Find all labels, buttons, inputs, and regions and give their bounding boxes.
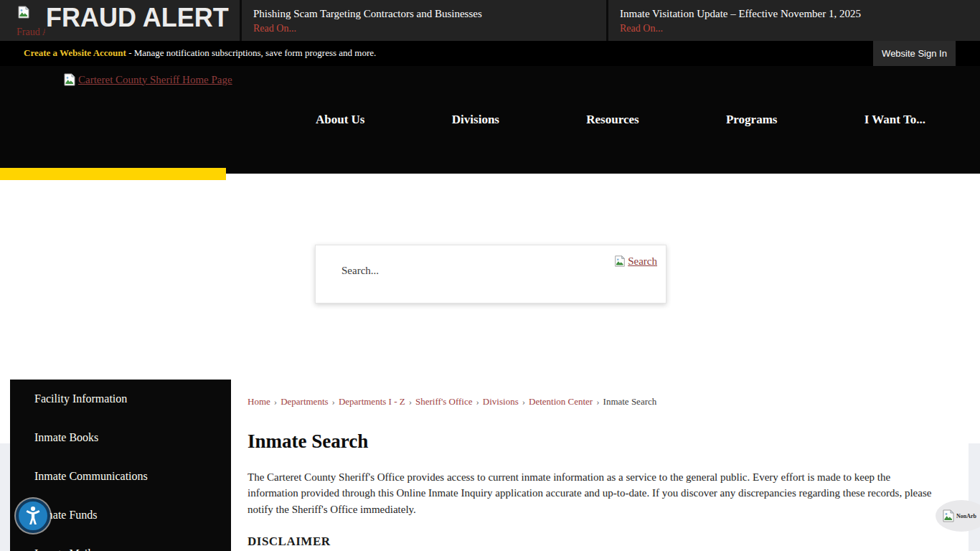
- sidebar-item-facility-information[interactable]: Facility Information: [10, 380, 231, 418]
- breadcrumb-departments[interactable]: Departments: [281, 396, 328, 407]
- breadcrumb-separator: ›: [596, 396, 599, 407]
- breadcrumb-separator: ›: [476, 396, 479, 407]
- nav-programs[interactable]: Programs: [726, 113, 777, 127]
- nav-resources[interactable]: Resources: [586, 113, 639, 127]
- nav-about-us[interactable]: About Us: [316, 113, 365, 127]
- alert-title: Inmate Visitation Update – Effective Nov…: [620, 6, 973, 21]
- sidebar-item-inmate-books[interactable]: Inmate Books: [10, 418, 231, 457]
- intro-paragraph: The Carteret County Sheriff's Office pro…: [248, 469, 942, 517]
- alert-item: Phishing Scam Targeting Contractors and …: [240, 0, 606, 41]
- alert-title: Phishing Scam Targeting Contractors and …: [253, 6, 599, 21]
- breadcrumb-separator: ›: [409, 396, 412, 407]
- breadcrumb-separator: ›: [274, 396, 277, 407]
- broken-image-icon: [941, 509, 956, 523]
- sidebar-item-inmate-communications[interactable]: Inmate Communications: [10, 457, 231, 496]
- home-logo-label: Carteret County Sheriff Home Page: [78, 74, 232, 86]
- account-description: - Manage notification subscriptions, sav…: [126, 47, 376, 58]
- sidebar-item-inmate-mail[interactable]: Inmate Mail: [10, 534, 231, 551]
- nav-i-want-to[interactable]: I Want To...: [864, 113, 925, 127]
- alert-bar: Fraud Alert FRAUD ALERT Phishing Scam Ta…: [0, 0, 980, 41]
- accessibility-icon: [21, 504, 45, 528]
- search-submit-link[interactable]: Search: [613, 255, 657, 268]
- fraud-alert-title: FRAUD ALERT: [46, 3, 229, 33]
- broken-image-icon: [62, 72, 77, 87]
- breadcrumb-separator: ›: [522, 396, 525, 407]
- breadcrumb-departments-i-z[interactable]: Departments I - Z: [339, 396, 405, 407]
- search-box: Search: [315, 245, 666, 303]
- breadcrumb: Home›Departments›Departments I - Z›Sheri…: [248, 396, 656, 408]
- alert-item: Inmate Visitation Update – Effective Nov…: [606, 0, 980, 41]
- fraud-alert-brand: Fraud Alert FRAUD ALERT: [0, 0, 240, 41]
- breadcrumb-divisions[interactable]: Divisions: [483, 396, 519, 407]
- broken-image-icon: Fraud Alert: [17, 5, 45, 41]
- search-link-label: Search: [628, 255, 657, 268]
- disclaimer-heading: DISCLAIMER: [248, 534, 331, 549]
- breadcrumb-home[interactable]: Home: [248, 396, 270, 407]
- account-bar: Create a Website Account - Manage notifi…: [0, 41, 980, 66]
- breadcrumb-detention-center[interactable]: Detention Center: [529, 396, 593, 407]
- read-on-link[interactable]: Read On...: [620, 21, 973, 36]
- corner-widget[interactable]: NonArb: [936, 500, 980, 532]
- breadcrumb-sheriffs-office[interactable]: Sheriff's Office: [415, 396, 472, 407]
- breadcrumb-current: Inmate Search: [603, 396, 657, 407]
- main-nav: About Us Divisions Resources Programs I …: [316, 66, 925, 174]
- account-text: Create a Website Account - Manage notifi…: [24, 47, 376, 59]
- yellow-accent-bar: [0, 168, 226, 180]
- accessibility-button[interactable]: [16, 499, 50, 533]
- home-logo-link[interactable]: Carteret County Sheriff Home Page: [62, 72, 232, 87]
- content-container: Facility Information Inmate Books Inmate…: [10, 380, 969, 551]
- corner-widget-alt: NonArb: [956, 513, 980, 519]
- fraud-alert-image-alt: Fraud Alert: [17, 27, 45, 38]
- broken-image-icon: [613, 255, 626, 268]
- breadcrumb-separator: ›: [332, 396, 335, 407]
- site-header: Carteret County Sheriff Home Page About …: [0, 66, 980, 174]
- nav-divisions[interactable]: Divisions: [452, 113, 499, 127]
- create-account-link[interactable]: Create a Website Account: [24, 47, 126, 58]
- read-on-link[interactable]: Read On...: [253, 21, 599, 36]
- page-title: Inmate Search: [248, 430, 368, 453]
- website-signin-button[interactable]: Website Sign In: [873, 41, 956, 66]
- search-input[interactable]: [340, 264, 573, 278]
